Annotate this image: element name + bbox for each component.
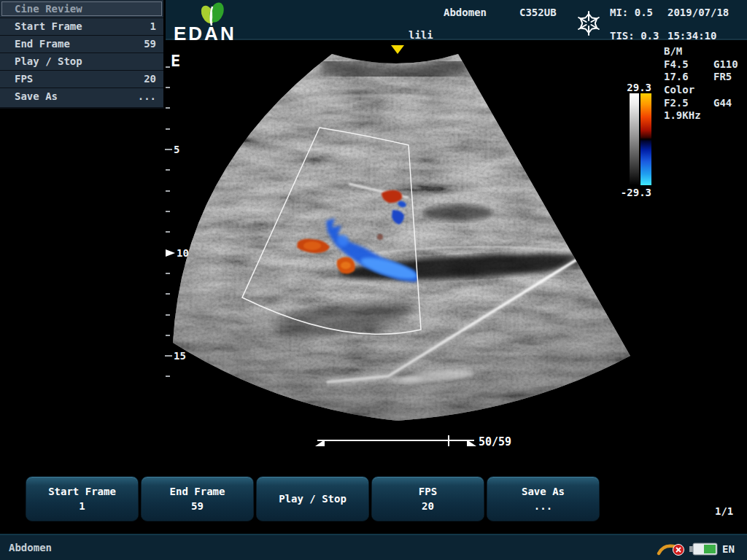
status-bar: Abdomen EN xyxy=(0,534,747,560)
doppler-color-bar xyxy=(640,93,651,185)
menu-item-value: 20 xyxy=(144,71,156,88)
velocity-scale-min: -29.3 xyxy=(614,187,651,198)
menu-item-label: End Frame xyxy=(15,36,70,52)
c-frequency: F2.5 xyxy=(664,97,689,109)
b-gain: G110 xyxy=(713,58,738,70)
menu-item-value: 59 xyxy=(144,36,156,52)
softkey-label: Save As xyxy=(522,486,565,497)
menu-item-value: ... xyxy=(138,88,156,105)
softkey-play-stop[interactable]: Play / Stop xyxy=(256,476,369,521)
c-gain: G44 xyxy=(713,97,732,109)
brand-name: EDAN xyxy=(174,23,236,45)
topbar-date: 2019/07/18 xyxy=(667,7,729,18)
softkey-start-frame[interactable]: Start Frame 1 xyxy=(26,476,139,521)
topbar-tis-value: TIS: 0.3 xyxy=(610,30,659,42)
menu-item-end-frame[interactable]: End Frame 59 xyxy=(0,35,163,52)
depth-label-5: 5 xyxy=(174,144,179,155)
probe-orientation-marker-icon xyxy=(391,45,404,54)
depth-label-15: 15 xyxy=(174,350,186,362)
menu-item-value: 1 xyxy=(150,18,156,35)
softkey-fps[interactable]: FPS 20 xyxy=(371,476,484,521)
softkey-label: Play / Stop xyxy=(279,493,347,505)
softkey-value: 1 xyxy=(79,501,85,512)
menu-item-label: Play / Stop xyxy=(15,53,82,70)
topbar-time: 15:34:10 xyxy=(667,30,716,42)
topbar-patient-name: lili xyxy=(409,29,433,41)
b-frequency: F4.5 xyxy=(664,58,689,70)
statusbar-exam-type: Abdomen xyxy=(9,542,52,553)
depth-value: 17.6 xyxy=(664,71,689,82)
softkey-label: Start Frame xyxy=(48,486,116,497)
softkey-label: FPS xyxy=(419,486,437,497)
softkey-page-indicator: 1/1 xyxy=(715,505,733,517)
color-roi-box xyxy=(242,128,421,334)
statusbar-icons: EN xyxy=(655,538,747,560)
orientation-letter-marker: E xyxy=(171,52,180,70)
depth-label-10: 10 xyxy=(177,247,189,259)
cine-frame-counter: 50/59 xyxy=(479,435,511,448)
softkey-value: 20 xyxy=(422,501,434,512)
color-doppler-flow xyxy=(297,190,420,284)
focus-marker-icon xyxy=(166,249,175,257)
prf-value: 1.9KHz xyxy=(664,109,701,121)
frame-rate: FR5 xyxy=(713,71,732,82)
ultrasound-fan-image xyxy=(164,42,646,428)
menu-item-label: Start Frame xyxy=(15,18,82,35)
softkey-value: 59 xyxy=(191,501,204,512)
softkey-save-as[interactable]: Save As ... xyxy=(487,476,600,521)
velocity-scale-max: 29.3 xyxy=(617,82,651,93)
language-indicator[interactable]: EN xyxy=(722,543,735,555)
mode-label: B/M xyxy=(664,45,682,57)
menu-item-label: Save As xyxy=(15,88,58,105)
menu-item-label: FPS xyxy=(15,71,33,88)
topbar-probe-model: C352UB xyxy=(519,7,557,18)
ultrasound-system-screen: EDAN Abdomen C352UB lili MI: 0.5 2019/07… xyxy=(0,0,747,560)
freeze-snowflake-icon xyxy=(576,9,602,37)
menu-title: Cine Review xyxy=(1,1,162,16)
topbar-exam-type: Abdomen xyxy=(444,7,487,18)
softkey-label: End Frame xyxy=(170,486,225,497)
color-mode-label: Color xyxy=(664,84,694,96)
cine-scrubber[interactable]: 50/59 xyxy=(315,435,511,448)
menu-item-fps[interactable]: FPS 20 xyxy=(0,70,163,88)
depth-ruler xyxy=(165,67,172,376)
softkey-value: ... xyxy=(534,501,552,512)
grayscale-bar xyxy=(630,93,639,185)
softkey-end-frame[interactable]: End Frame 59 xyxy=(141,476,254,521)
menu-item-save-as[interactable]: Save As ... xyxy=(0,88,163,105)
menu-item-start-frame[interactable]: Start Frame 1 xyxy=(0,18,163,35)
topbar-mi-value: MI: 0.5 xyxy=(610,7,653,18)
battery-icon xyxy=(689,543,717,555)
menu-item-play-stop[interactable]: Play / Stop xyxy=(0,52,163,70)
cine-review-menu: Cine Review Start Frame 1 End Frame 59 P… xyxy=(0,0,166,109)
